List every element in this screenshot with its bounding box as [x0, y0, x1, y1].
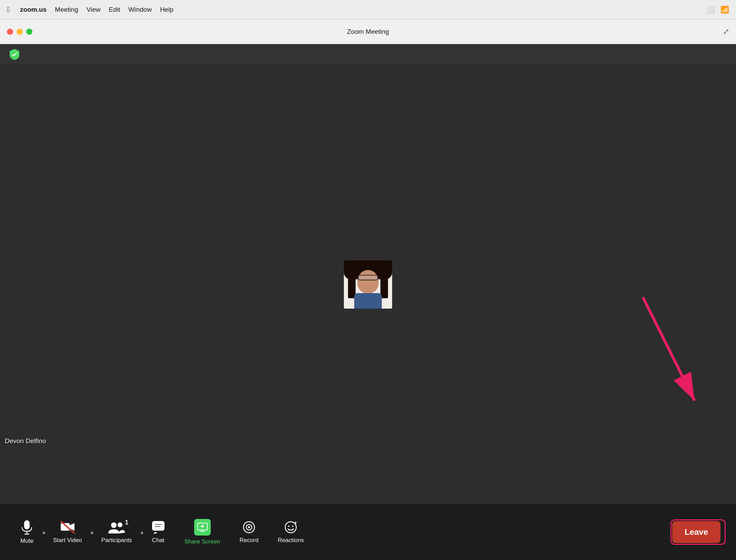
svg-point-17 — [248, 526, 250, 528]
svg-point-8 — [118, 522, 122, 527]
svg-rect-9 — [152, 521, 165, 531]
share-screen-label: Share Screen — [185, 538, 220, 545]
menu-item-zoom[interactable]: zoom.us — [16, 6, 51, 13]
menu-bar:  zoom.us Meeting View Edit Window Help … — [0, 0, 736, 19]
reactions-icon: + — [284, 520, 298, 534]
title-bar: Zoom Meeting ⤢ — [0, 19, 736, 44]
apple-menu-icon[interactable]:  — [7, 5, 10, 14]
video-area: Devon Delfino — [0, 65, 736, 504]
menu-item-meeting[interactable]: Meeting — [51, 6, 82, 13]
chat-button[interactable]: Chat — [142, 520, 175, 544]
share-screen-icon — [194, 519, 211, 536]
participants-label: Participants — [101, 537, 132, 544]
mute-label: Mute — [20, 538, 33, 544]
chat-icon — [151, 520, 165, 534]
participant-name-label: Devon Delfino — [5, 437, 46, 445]
window-title: Zoom Meeting — [347, 28, 389, 36]
participants-icon-wrapper: 1 — [108, 520, 126, 534]
body — [354, 293, 382, 309]
video-icon — [60, 520, 75, 534]
share-screen-button[interactable]: Share Screen — [175, 519, 230, 545]
leave-button[interactable]: Leave — [672, 521, 720, 543]
participant-face — [344, 260, 392, 309]
svg-point-20 — [292, 526, 294, 527]
menu-item-view[interactable]: View — [82, 6, 105, 13]
shield-icon — [8, 48, 21, 61]
participants-count-badge: 1 — [125, 519, 128, 526]
svg-point-19 — [288, 526, 289, 527]
menu-item-window[interactable]: Window — [124, 6, 156, 13]
participants-button[interactable]: 1 Participants ▲ — [92, 520, 142, 544]
fullscreen-button[interactable]: ⤢ — [723, 27, 729, 36]
toolbar: Mute ▲ Start Video ▲ — [0, 504, 736, 560]
menu-bar-right: ⬜ 📶 — [706, 6, 729, 14]
mute-button[interactable]: Mute ▲ — [10, 520, 43, 544]
start-video-label: Start Video — [53, 537, 82, 544]
security-bar — [0, 44, 736, 65]
mute-icon-wrapper — [20, 520, 34, 535]
maximize-button[interactable] — [26, 29, 32, 35]
window-controls — [7, 29, 32, 35]
screen-record-icon: ⬜ — [706, 6, 715, 14]
leave-button-wrapper: Leave — [670, 519, 726, 545]
close-button[interactable] — [7, 29, 13, 35]
participants-icon — [108, 520, 126, 534]
mic-icon — [20, 520, 34, 535]
start-video-button[interactable]: Start Video ▲ — [43, 520, 92, 544]
reactions-button[interactable]: + Reactions — [268, 520, 314, 544]
record-label: Record — [240, 537, 259, 544]
menu-item-edit[interactable]: Edit — [105, 6, 125, 13]
menu-item-help[interactable]: Help — [156, 6, 178, 13]
face-head — [357, 270, 379, 293]
svg-text:+: + — [294, 520, 297, 526]
minimize-button[interactable] — [17, 29, 23, 35]
share-screen-icon-wrapper — [194, 519, 211, 536]
annotation-arrow — [615, 287, 719, 418]
chat-label: Chat — [152, 537, 165, 544]
svg-point-7 — [111, 522, 117, 528]
record-icon — [242, 520, 256, 534]
svg-line-1 — [643, 297, 695, 401]
reactions-label: Reactions — [278, 537, 304, 544]
glasses — [358, 275, 378, 280]
video-icon-wrapper — [60, 520, 75, 534]
svg-rect-2 — [24, 520, 30, 529]
participant-video — [344, 260, 392, 309]
wifi-icon: 📶 — [720, 6, 729, 14]
record-button[interactable]: Record — [230, 520, 268, 544]
toolbar-row: Mute ▲ Start Video ▲ — [10, 504, 726, 560]
